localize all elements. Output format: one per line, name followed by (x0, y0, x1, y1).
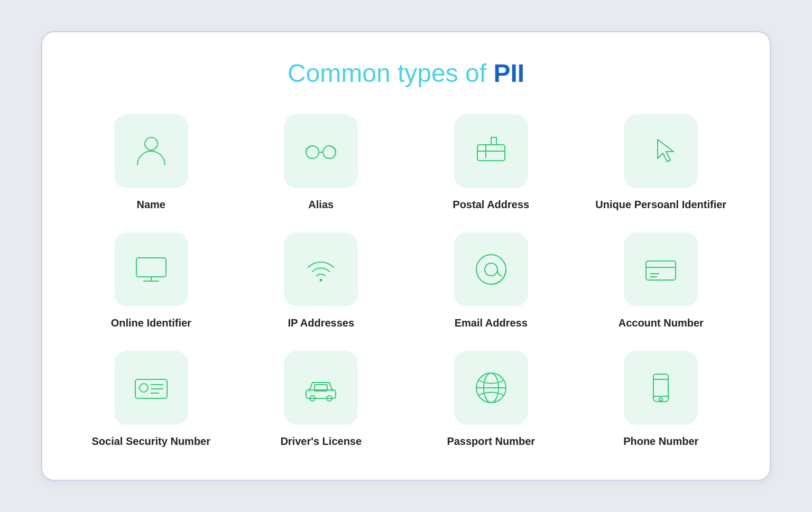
wifi-icon (302, 250, 340, 288)
label-drivers-license: Driver's License (280, 434, 362, 448)
item-online-identifier: Online Identifier (74, 232, 228, 330)
label-passport: Passport Number (447, 434, 535, 448)
icon-box-unique (624, 114, 698, 188)
svg-point-16 (140, 384, 148, 392)
car-icon (302, 369, 340, 407)
monitor-icon (132, 250, 170, 288)
icon-box-name (114, 114, 188, 188)
icon-box-license (284, 351, 358, 425)
pii-grid: Name Alias Post (74, 114, 738, 448)
svg-point-30 (659, 398, 662, 401)
icon-box-passport (454, 351, 528, 425)
card-icon (642, 250, 680, 288)
at-icon (472, 250, 510, 288)
item-account-number: Account Number (584, 232, 739, 330)
label-postal-address: Postal Address (453, 198, 529, 211)
item-ip-addresses: IP Addresses (244, 232, 399, 330)
label-email-address: Email Address (455, 316, 528, 330)
svg-point-10 (485, 263, 497, 276)
glasses-icon (302, 132, 340, 170)
main-card: Common types of PII Name Alias (41, 31, 771, 481)
label-name: Name (137, 198, 165, 211)
mailbox-icon (472, 132, 510, 170)
icon-box-account (624, 232, 698, 306)
icon-box-ip (284, 232, 358, 306)
phone-icon (642, 369, 680, 407)
globe-icon (472, 369, 510, 407)
title-of: of (465, 59, 493, 87)
icon-box-alias (284, 114, 358, 188)
item-ssn: Social Security Number (74, 351, 228, 448)
svg-rect-3 (477, 145, 505, 161)
page-title: Common types of PII (74, 59, 738, 88)
icon-box-online (114, 232, 188, 306)
pointer-icon (642, 132, 680, 170)
title-light: Common types (288, 59, 465, 87)
label-alias: Alias (308, 198, 334, 211)
item-alias: Alias (244, 114, 399, 211)
item-passport: Passport Number (414, 351, 568, 448)
icon-box-ssn (114, 351, 188, 425)
item-name: Name (74, 114, 228, 211)
item-email-address: Email Address (414, 232, 568, 330)
label-unique-identifier: Unique Persoanl Identifier (595, 198, 726, 211)
item-unique-identifier: Unique Persoanl Identifier (584, 114, 739, 211)
label-online-identifier: Online Identifier (111, 316, 191, 330)
item-drivers-license: Driver's License (244, 351, 399, 448)
svg-rect-5 (136, 258, 166, 277)
label-account-number: Account Number (619, 316, 704, 330)
id-card-icon (132, 369, 170, 407)
svg-point-0 (145, 137, 158, 150)
label-ssn: Social Security Number (91, 434, 210, 448)
title-bold: PII (493, 59, 524, 87)
item-phone: Phone Number (584, 351, 739, 448)
person-icon (132, 132, 170, 170)
icon-box-postal (454, 114, 528, 188)
label-ip-addresses: IP Addresses (288, 316, 354, 330)
label-phone: Phone Number (623, 434, 698, 448)
item-postal-address: Postal Address (414, 114, 568, 211)
icon-box-email (454, 232, 528, 306)
icon-box-phone (624, 351, 698, 425)
svg-point-8 (320, 279, 322, 282)
